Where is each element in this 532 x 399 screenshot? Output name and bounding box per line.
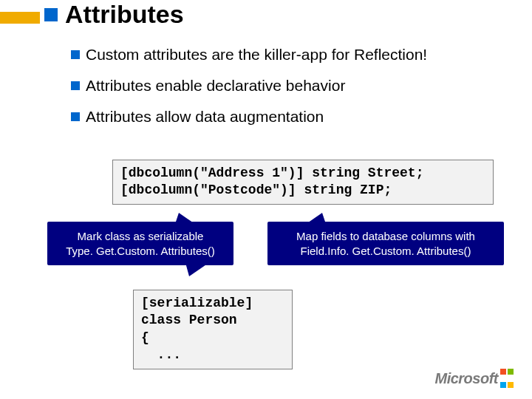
bullet-text: Custom attributes are the killer-app for…	[86, 46, 427, 64]
callout-serializable: Mark class as serializable Type. Get.Cus…	[47, 222, 233, 265]
title-row: Attributes	[44, 0, 184, 29]
microsoft-logo: Microsoft	[435, 365, 515, 392]
microsoft-logo-text: Microsoft	[435, 370, 499, 387]
slide-title: Attributes	[65, 0, 184, 29]
microsoft-flag-icon	[499, 365, 514, 392]
bullet-text: Attributes enable declarative behavior	[86, 77, 345, 95]
bullet-icon	[71, 112, 80, 121]
bullet-icon	[71, 50, 80, 59]
callout-line: Type. Get.Custom. Attributes()	[53, 244, 228, 259]
bullet-item: Attributes enable declarative behavior	[71, 77, 427, 95]
code-box-class: [serializable] class Person { ...	[133, 290, 293, 369]
bullet-text: Attributes allow data augmentation	[86, 108, 324, 126]
bullet-item: Custom attributes are the killer-app for…	[71, 46, 427, 64]
code-box-fields: [dbcolumn("Address 1")] string Street; […	[112, 160, 494, 205]
bullet-item: Attributes allow data augmentation	[71, 108, 427, 126]
callout-line: Field.Info. Get.Custom. Attributes()	[273, 244, 498, 259]
callout-line: Mark class as serializable	[53, 229, 228, 244]
accent-bar	[0, 12, 40, 24]
title-bullet-icon	[44, 8, 58, 21]
bullet-icon	[71, 81, 80, 90]
bullet-list: Custom attributes are the killer-app for…	[71, 46, 427, 139]
callout-map-fields: Map fields to database columns with Fiel…	[267, 222, 504, 265]
callout-line: Map fields to database columns with	[273, 229, 498, 244]
callout-tail-icon	[185, 260, 213, 276]
